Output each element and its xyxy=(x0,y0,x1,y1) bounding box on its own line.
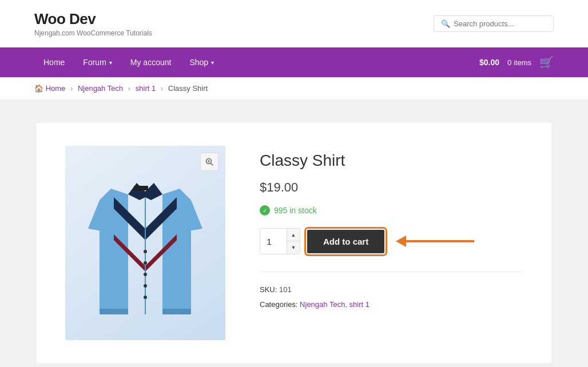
svg-rect-8 xyxy=(134,186,148,190)
arrow-annotation xyxy=(396,236,474,247)
site-branding: Woo Dev Njengah.com WooCommerce Tutorial… xyxy=(34,10,152,37)
breadcrumb-home[interactable]: Home xyxy=(46,84,66,93)
product-image-wrap xyxy=(65,146,225,340)
nav-shop[interactable]: Shop ▾ xyxy=(180,47,223,77)
svg-point-3 xyxy=(144,273,147,276)
product-image xyxy=(65,146,225,340)
site-title: Woo Dev xyxy=(34,10,152,28)
search-form[interactable]: 🔍 xyxy=(434,15,554,32)
quantity-wrap: ▲ ▼ xyxy=(260,228,300,254)
breadcrumb-sep-3: › xyxy=(161,84,163,93)
qty-up-button[interactable]: ▲ xyxy=(287,229,300,241)
nav-left: Home Forum ▾ My account Shop ▾ xyxy=(34,47,223,77)
sku-value: 101 xyxy=(279,285,292,294)
product-details: Classy Shirt $19.00 ✓ 995 in stock ▲ ▼ A… xyxy=(260,146,523,312)
svg-point-1 xyxy=(144,250,147,253)
product-meta: SKU: 101 Categories: Njengah Tech, shirt… xyxy=(260,272,523,312)
product-price: $19.00 xyxy=(260,180,523,195)
breadcrumb: 🏠 Home › Njengah Tech › shirt 1 › Classy… xyxy=(0,77,588,100)
stock-icon: ✓ xyxy=(260,205,270,216)
svg-point-2 xyxy=(144,261,147,265)
breadcrumb-current: Classy Shirt xyxy=(168,84,208,93)
nav-cart-area: $0.00 0 items 🛒 xyxy=(479,55,554,69)
svg-rect-6 xyxy=(100,309,128,314)
product-title: Classy Shirt xyxy=(260,151,523,170)
quantity-input[interactable] xyxy=(260,229,287,254)
sku-label: SKU: xyxy=(260,285,277,294)
site-tagline: Njengah.com WooCommerce Tutorials xyxy=(34,29,152,37)
nav-home[interactable]: Home xyxy=(34,47,74,77)
home-breadcrumb-icon: 🏠 xyxy=(34,84,43,93)
qty-down-button[interactable]: ▼ xyxy=(287,241,300,254)
search-input[interactable] xyxy=(454,19,546,28)
site-header: Woo Dev Njengah.com WooCommerce Tutorial… xyxy=(0,0,588,47)
qty-arrows: ▲ ▼ xyxy=(287,229,300,254)
svg-point-4 xyxy=(144,284,147,288)
search-icon: 🔍 xyxy=(441,19,450,28)
shirt-illustration xyxy=(77,154,214,332)
cart-count: 0 items xyxy=(507,58,531,67)
nav-my-account[interactable]: My account xyxy=(121,47,181,77)
svg-rect-7 xyxy=(162,309,191,314)
category-njengah-tech[interactable]: Njengah Tech xyxy=(300,300,345,309)
forum-dropdown-arrow: ▾ xyxy=(109,59,112,66)
cart-icon[interactable]: 🛒 xyxy=(539,55,554,69)
arrow-head xyxy=(396,236,406,247)
stock-label: 995 in stock xyxy=(274,206,317,215)
cart-row: ▲ ▼ Add to cart xyxy=(260,228,523,254)
add-to-cart-button[interactable]: Add to cart xyxy=(307,230,384,253)
breadcrumb-sep-1: › xyxy=(70,84,73,93)
arrow-line xyxy=(406,240,474,242)
nav-forum[interactable]: Forum ▾ xyxy=(74,47,121,77)
categories-row: Categories: Njengah Tech, shirt 1 xyxy=(260,297,523,312)
zoom-icon[interactable] xyxy=(200,153,218,171)
breadcrumb-sep-2: › xyxy=(128,84,130,93)
stock-status: ✓ 995 in stock xyxy=(260,205,523,216)
svg-point-5 xyxy=(144,296,147,299)
categories-label: Categories: xyxy=(260,300,297,309)
shop-dropdown-arrow: ▾ xyxy=(211,59,214,66)
svg-line-10 xyxy=(211,163,213,166)
category-shirt-1[interactable]: shirt 1 xyxy=(349,300,370,309)
breadcrumb-shirt-1[interactable]: shirt 1 xyxy=(136,84,156,93)
breadcrumb-njengah-tech[interactable]: Njengah Tech xyxy=(78,84,123,93)
site-nav: Home Forum ▾ My account Shop ▾ $0.00 0 i… xyxy=(0,47,588,77)
sku-row: SKU: 101 xyxy=(260,282,523,297)
product-area: Classy Shirt $19.00 ✓ 995 in stock ▲ ▼ A… xyxy=(37,123,551,363)
cart-amount: $0.00 xyxy=(479,58,499,67)
